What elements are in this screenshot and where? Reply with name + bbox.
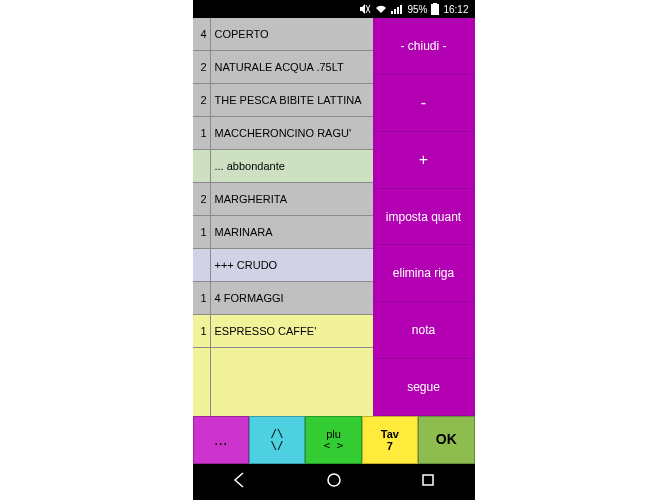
clock: 16:12 <box>443 4 468 15</box>
mute-icon <box>359 4 371 14</box>
more-label: ... <box>214 431 227 449</box>
table-number: 7 <box>387 440 393 452</box>
delete-row-button[interactable]: elimina riga <box>373 245 475 302</box>
follows-button[interactable]: segue <box>373 359 475 416</box>
item-name: NATURALE ACQUA .75LT <box>211 57 373 78</box>
table-button[interactable]: Tav 7 <box>362 416 418 464</box>
item-name: MARGHERITA <box>211 189 373 210</box>
qty-cell: 1 <box>193 216 211 248</box>
list-filler <box>193 348 373 416</box>
qty-cell: 2 <box>193 183 211 215</box>
wifi-icon <box>375 4 387 14</box>
note-button[interactable]: nota <box>373 302 475 359</box>
recent-icon[interactable] <box>420 472 436 492</box>
item-name: 4 FORMAGGI <box>211 288 373 309</box>
order-row[interactable]: 1 MARINARA <box>193 216 373 249</box>
bottom-bar: ... /\ \/ plu < > Tav 7 OK <box>193 416 475 464</box>
order-list[interactable]: 4 COPERTO 2 NATURALE ACQUA .75LT 2 THE P… <box>193 18 373 416</box>
svg-rect-0 <box>433 3 437 4</box>
main-area: 4 COPERTO 2 NATURALE ACQUA .75LT 2 THE P… <box>193 18 475 416</box>
item-name: MARINARA <box>211 222 373 243</box>
svg-rect-3 <box>423 475 433 485</box>
down-arrow-icon: \/ <box>270 440 283 452</box>
item-name: COPERTO <box>211 24 373 45</box>
item-name: THE PESCA BIBITE LATTINA <box>211 90 373 111</box>
ok-button[interactable]: OK <box>418 416 474 464</box>
order-row-note[interactable]: ... abbondante <box>193 150 373 183</box>
order-row[interactable]: 1 MACCHERONCINO RAGU' <box>193 117 373 150</box>
table-label: Tav <box>381 428 399 440</box>
ok-label: OK <box>436 432 457 447</box>
qty-cell <box>193 249 211 281</box>
svg-rect-1 <box>431 4 439 15</box>
qty-cell: 4 <box>193 18 211 50</box>
qty-cell: 2 <box>193 51 211 83</box>
addon-text: +++ CRUDO <box>211 255 373 276</box>
back-icon[interactable] <box>231 471 249 493</box>
side-actions: - chiudi - - + imposta quant elimina rig… <box>373 18 475 416</box>
decrement-button[interactable]: - <box>373 75 475 132</box>
item-name: MACCHERONCINO RAGU' <box>211 123 373 144</box>
qty-cell: 2 <box>193 84 211 116</box>
order-row[interactable]: 2 NATURALE ACQUA .75LT <box>193 51 373 84</box>
signal-icon <box>391 4 403 14</box>
battery-icon <box>431 3 439 15</box>
item-name: ESPRESSO CAFFE' <box>211 321 373 342</box>
order-row[interactable]: 2 MARGHERITA <box>193 183 373 216</box>
close-button[interactable]: - chiudi - <box>373 18 475 75</box>
home-icon[interactable] <box>326 472 342 492</box>
svg-point-2 <box>328 474 340 486</box>
status-bar: 95% 16:12 <box>193 0 475 18</box>
set-quantity-button[interactable]: imposta quant <box>373 189 475 246</box>
more-button[interactable]: ... <box>193 416 249 464</box>
qty-cell: 1 <box>193 282 211 314</box>
phone-frame: 95% 16:12 4 COPERTO 2 NATURALE ACQUA .75… <box>193 0 475 500</box>
increment-button[interactable]: + <box>373 132 475 189</box>
battery-percent: 95% <box>407 4 427 15</box>
nav-arrows-icon: < > <box>324 440 344 452</box>
android-navbar <box>193 464 475 500</box>
order-row-addon[interactable]: +++ CRUDO <box>193 249 373 282</box>
plu-nav-button[interactable]: plu < > <box>305 416 361 464</box>
qty-cell <box>193 348 211 416</box>
qty-cell: 1 <box>193 117 211 149</box>
order-row-selected[interactable]: 1 ESPRESSO CAFFE' <box>193 315 373 348</box>
qty-cell: 1 <box>193 315 211 347</box>
note-text: ... abbondante <box>211 156 373 177</box>
qty-cell <box>193 150 211 182</box>
app-screen: 4 COPERTO 2 NATURALE ACQUA .75LT 2 THE P… <box>193 18 475 464</box>
order-row[interactable]: 4 COPERTO <box>193 18 373 51</box>
scroll-updown-button[interactable]: /\ \/ <box>249 416 305 464</box>
order-row[interactable]: 1 4 FORMAGGI <box>193 282 373 315</box>
order-row[interactable]: 2 THE PESCA BIBITE LATTINA <box>193 84 373 117</box>
